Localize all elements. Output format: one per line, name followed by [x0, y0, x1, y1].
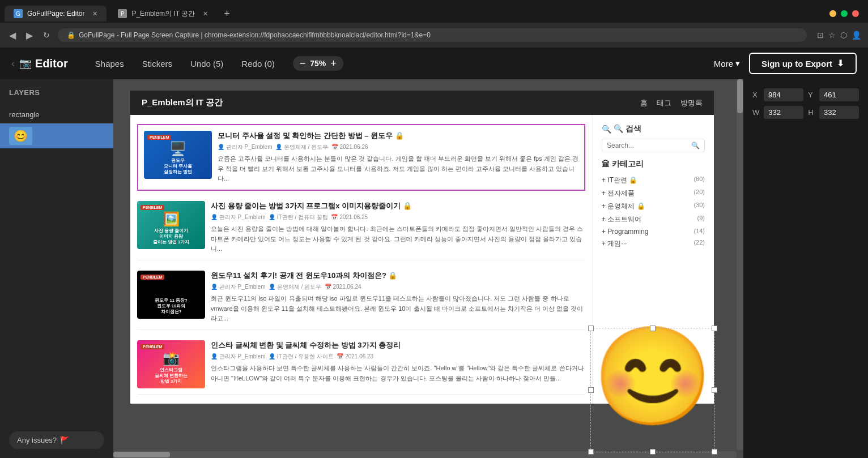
window-controls — [829, 10, 863, 17]
blog-nav-tags[interactable]: 태그 — [657, 98, 671, 108]
category-item-4[interactable]: + Programming (14) — [602, 226, 705, 237]
more-button[interactable]: More ▾ — [705, 54, 749, 73]
post-4-thumbnail: PENBLEM 📸 인스타그램글씨체 변환하는방법 3가지 — [137, 340, 205, 388]
category-item-5[interactable]: + 게임··· (22) — [602, 237, 705, 250]
maximize-button[interactable] — [841, 10, 848, 17]
post-4-thumb-label: 인스타그램글씨체 변환하는방법 3가지 — [155, 367, 188, 384]
blog-post-1[interactable]: PENBLEM 🖥️ 윈도우모니터 주사율설정하는 방법 모니터 주사율 설정 … — [137, 124, 585, 191]
close-button[interactable] — [852, 10, 859, 17]
handle-tr[interactable] — [712, 326, 717, 331]
blog-post-3[interactable]: PENBLEM ⊞ 윈도우 11 등장?윈도우 10과의차이점은? 윈도우11 … — [137, 265, 585, 330]
blog-post-2[interactable]: PENBLEM 🖼️ 사진 용량 줄이기이미지 용량줄이는 방법 3가지 사진 … — [137, 195, 585, 260]
profile-icon[interactable]: 👤 — [852, 31, 861, 40]
handle-mr[interactable] — [712, 387, 717, 393]
blog-nav-guestbook[interactable]: 방명록 — [680, 98, 703, 108]
handle-bm[interactable] — [650, 449, 656, 455]
left-sidebar: Layers rectangle 😊 Any issues? 🚩 — [0, 79, 113, 458]
zoom-plus-button[interactable]: + — [330, 58, 337, 69]
zoom-minus-button[interactable]: − — [300, 58, 306, 69]
post-3-thumbnail: PENBLEM ⊞ 윈도우 11 등장?윈도우 10과의차이점은? — [137, 271, 205, 319]
app-toolbar: ‹ 📷 Editor Shapes Stickers Undo (5) Redo… — [0, 48, 868, 79]
any-issues-label: Any issues? — [17, 436, 57, 444]
handle-ml[interactable] — [588, 387, 594, 393]
cat-label-2: + 운영체제 🔒 — [602, 202, 645, 211]
minimize-button[interactable] — [829, 10, 836, 17]
reload-button[interactable]: ↻ — [41, 28, 52, 42]
category-item-0[interactable]: + IT관련 🔒 (80) — [602, 174, 705, 187]
blog-title: P_Emblem의 IT 공간 — [142, 97, 223, 108]
browser-chrome: G GoFullPage: Editor ✕ P P_Emblem의 IT 공간… — [0, 0, 868, 48]
tab-gofullpage[interactable]: G GoFullPage: Editor ✕ — [5, 6, 107, 22]
tab-bar: G GoFullPage: Editor ✕ P P_Emblem의 IT 공간… — [0, 0, 868, 23]
tab-close-1[interactable]: ✕ — [92, 10, 97, 18]
search-label: 🔍 검색 — [614, 124, 641, 134]
layer-item-rectangle[interactable]: rectangle — [0, 106, 113, 123]
bookmark-icon[interactable]: ☆ — [828, 31, 836, 40]
w-input[interactable] — [764, 106, 803, 119]
y-label: Y — [808, 91, 815, 99]
post-2-meta: 👤 관리자 P_Emblem 👤 IT관련 / 컴퓨터 꿀팁 📅 2021.06… — [211, 213, 585, 221]
category-item-3[interactable]: + 소프트웨어 (9) — [602, 213, 705, 226]
search-input-row[interactable]: 🔍 — [602, 139, 705, 152]
vertical-scrollbar[interactable] — [737, 79, 743, 450]
cat-count-2: (30) — [693, 202, 705, 211]
more-label: More — [714, 59, 733, 69]
redo-button[interactable]: Redo (0) — [232, 54, 283, 73]
cat-count-3: (9) — [697, 215, 705, 224]
h-scroll-thumb[interactable] — [113, 452, 170, 457]
post-2-title: 사진 용량 줄이는 방법 3가지 프로그램x 이미지용량줄이기 🔒 — [211, 201, 585, 211]
handle-br[interactable] — [712, 449, 717, 455]
new-tab-button[interactable]: + — [219, 8, 235, 20]
forward-nav-button[interactable]: ▶ — [24, 28, 35, 43]
undo-button[interactable]: Undo (5) — [181, 54, 232, 73]
post-1-info: 모니터 주사율 설정 및 확인하는 간단한 방법 – 윈도우 🔒 👤 관리자 P… — [218, 131, 578, 184]
back-nav-button[interactable]: ◀ — [7, 28, 18, 43]
blog-nav-home[interactable]: 홈 — [640, 98, 648, 108]
y-input[interactable] — [819, 88, 859, 101]
address-field[interactable]: 🔒 GoFullPage - Full Page Screen Capture … — [58, 28, 807, 42]
cat-count-5: (22) — [693, 239, 705, 249]
image-icon: 🖼️ — [163, 211, 180, 227]
export-button[interactable]: Sign up to Export ⬇ — [749, 53, 857, 74]
tab-favicon-1: G — [14, 9, 23, 18]
tab-pemblem[interactable]: P P_Emblem의 IT 공간 ✕ — [109, 6, 217, 22]
post-1-excerpt: 요즘은 고주사율 모니터를 사용하시는 분들이 많은 것 같습니다. 게임을 할… — [218, 154, 578, 184]
search-submit-icon[interactable]: 🔍 — [691, 142, 700, 149]
shapes-button[interactable]: Shapes — [86, 54, 133, 73]
handle-tm[interactable] — [650, 326, 656, 331]
categories-section: 🏛 카테고리 + IT관련 🔒 (80) + 전자제품 (20) + 운 — [602, 159, 705, 250]
search-input[interactable] — [607, 142, 691, 149]
handle-bl[interactable] — [588, 449, 594, 455]
canvas-area[interactable]: P_Emblem의 IT 공간 홈 태그 방명록 PENBLEM 🖥️ — [113, 79, 743, 458]
selection-handles — [590, 328, 715, 452]
blog-post-4[interactable]: PENBLEM 📸 인스타그램글씨체 변환하는방법 3가지 인스타 글씨체 변환… — [137, 335, 585, 395]
toolbar-back-icon[interactable]: ‹ — [11, 58, 15, 70]
layer-rectangle-label: rectangle — [9, 110, 39, 119]
search-header: 🔍 🔍 검색 — [602, 124, 705, 134]
post-2-thumbnail: PENBLEM 🖼️ 사진 용량 줄이기이미지 용량줄이는 방법 3가지 — [137, 201, 205, 249]
extensions-icon[interactable]: ⬡ — [840, 31, 847, 40]
any-issues-button[interactable]: Any issues? 🚩 — [9, 431, 104, 449]
category-item-2[interactable]: + 운영체제 🔒 (30) — [602, 200, 705, 213]
instagram-icon: 📸 — [163, 350, 180, 366]
h-label: H — [808, 108, 815, 117]
toolbar-title: Editor — [35, 57, 68, 70]
emoji-sticker-container[interactable]: 😊 — [590, 328, 715, 452]
handle-tl[interactable] — [588, 326, 594, 331]
tab-close-2[interactable]: ✕ — [203, 10, 208, 18]
search-icon: 🔍 — [602, 125, 611, 134]
v-scroll-thumb[interactable] — [737, 79, 743, 113]
screenshot-icon[interactable]: ⊡ — [817, 31, 824, 40]
address-security-icon: 🔒 — [67, 31, 75, 39]
category-item-1[interactable]: + 전자제품 (20) — [602, 187, 705, 200]
blog-header: P_Emblem의 IT 공간 홈 태그 방명록 — [130, 91, 714, 115]
penblem-badge-1: PENBLEM — [147, 135, 171, 140]
cat-count-4: (14) — [693, 228, 705, 236]
stickers-button[interactable]: Stickers — [133, 54, 181, 73]
cat-label-1: + 전자제품 — [602, 189, 635, 198]
layer-item-emoji[interactable]: 😊 — [0, 123, 113, 148]
h-input[interactable] — [819, 106, 859, 119]
layer-emoji-box: 😊 — [9, 127, 32, 145]
x-input[interactable] — [764, 88, 803, 101]
export-label: Sign up to Export — [761, 59, 832, 69]
